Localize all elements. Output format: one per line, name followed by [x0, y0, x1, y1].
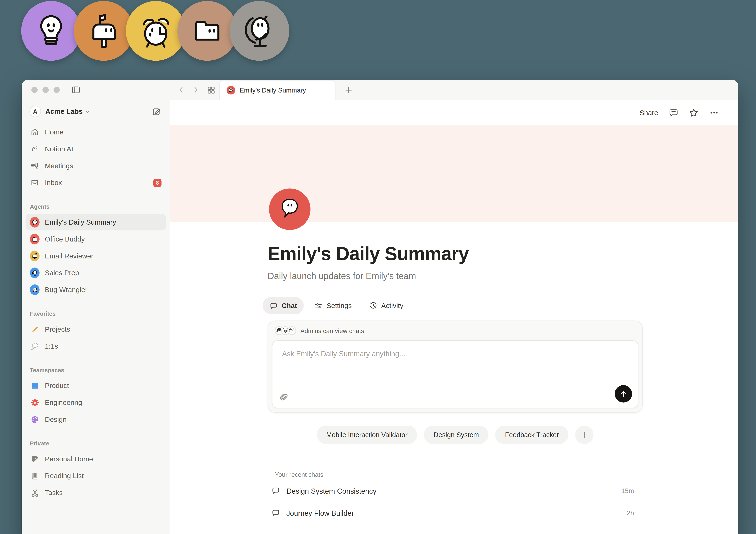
attachment-paperclip-icon[interactable] [279, 392, 289, 402]
notion-ai-face-icon [30, 144, 40, 154]
recent-chats: Your recent chats Design System Consiste… [268, 471, 643, 522]
chip-design-system[interactable]: Design System [424, 426, 489, 444]
tab-chat[interactable]: Chat [263, 297, 304, 314]
lightbulb-face-icon [21, 1, 81, 61]
sidebar-item-engineering[interactable]: Engineering [26, 394, 166, 411]
page-cover[interactable] [170, 125, 738, 222]
sidebar-item-bug-wrangler[interactable]: Bug Wrangler [26, 281, 166, 298]
sidebar-item-label: Personal Home [45, 455, 93, 463]
thought-cloud-icon [30, 341, 40, 351]
sidebar-item-label: Bug Wrangler [45, 286, 87, 293]
sidebar-item-label: Product [45, 382, 69, 389]
tab-agent-favicon [227, 86, 235, 94]
chat-input-card [272, 340, 638, 408]
inbox-icon [30, 178, 40, 188]
inbox-unread-badge: 8 [153, 178, 162, 187]
sidebar-item-inbox[interactable]: Inbox 8 [26, 174, 166, 191]
agent-chat-bubble-icon [30, 217, 40, 227]
sidebar: A Acme Labs Home [22, 80, 170, 534]
sidebar-item-sales-prep[interactable]: Sales Prep [26, 265, 166, 281]
chip-mobile-interaction-validator[interactable]: Mobile Interaction Validator [316, 426, 417, 444]
page-toolbar: Share [170, 100, 738, 125]
sidebar-item-label: Tasks [45, 489, 63, 496]
sidebar-item-label: Notion AI [45, 145, 73, 153]
sidebar-item-label: Inbox [45, 179, 62, 187]
sidebar-item-label: Email Reviewer [45, 252, 94, 260]
tab-label: Activity [381, 302, 403, 309]
section-header-agents[interactable]: Agents [26, 202, 166, 211]
scissors-icon [30, 488, 40, 497]
sidebar-item-office-buddy[interactable]: Office Buddy [26, 231, 166, 247]
tab-overview-grid-icon[interactable] [207, 86, 216, 94]
workspace-switcher[interactable]: A Acme Labs [26, 103, 166, 120]
sidebar-item-label: Projects [45, 325, 70, 333]
chat-visibility-notice: Admins can view chats [300, 327, 364, 334]
sidebar-item-home[interactable]: Home [26, 124, 166, 140]
sidebar-item-personal-home[interactable]: Personal Home [26, 451, 166, 467]
workspace-avatar: A [29, 105, 41, 117]
recent-chats-heading: Your recent chats [268, 471, 643, 478]
sidebar-item-label: 1:1s [45, 342, 58, 350]
sidebar-item-email-reviewer[interactable]: Email Reviewer [26, 248, 166, 264]
book-icon [30, 471, 40, 481]
main-area: Emily's Daily Summary Share [170, 80, 738, 534]
comments-icon[interactable] [669, 108, 678, 117]
recent-chat-row[interactable]: Journey Flow Builder 2h [268, 503, 643, 522]
back-icon[interactable] [177, 86, 185, 94]
section-header-teamspaces[interactable]: Teamspaces [26, 366, 166, 375]
sidebar-item-label: Reading List [45, 472, 84, 480]
chat-bubble-icon [272, 486, 280, 495]
compose-icon[interactable] [152, 107, 162, 116]
send-button[interactable] [615, 385, 632, 403]
chevron-down-icon [85, 109, 90, 114]
sidebar-item-1-1s[interactable]: 1:1s [26, 338, 166, 354]
tab-activity[interactable]: Activity [363, 297, 410, 314]
more-options-icon[interactable] [709, 108, 719, 117]
section-header-private[interactable]: Private [26, 439, 166, 448]
gear-icon [30, 398, 40, 407]
sidebar-item-reading-list[interactable]: Reading List [26, 468, 166, 484]
tab-title: Emily's Daily Summary [240, 87, 306, 94]
sidebar-item-label: Home [45, 128, 64, 136]
sidebar-item-product[interactable]: Product [26, 378, 166, 394]
chat-header: Admins can view chats [268, 321, 642, 340]
sidebar-item-label: Design [45, 415, 67, 423]
recent-chat-title: Design System Consistency [286, 487, 376, 495]
sidebar-item-design[interactable]: Design [26, 411, 166, 428]
share-button[interactable]: Share [639, 109, 658, 116]
home-icon [30, 127, 40, 137]
page-title: Emily's Daily Summary [268, 244, 643, 265]
favorite-star-icon[interactable] [689, 108, 699, 117]
page-subtitle: Daily launch updates for Emily's team [268, 271, 643, 281]
sidebar-item-meetings[interactable]: Meetings [26, 158, 166, 174]
agent-page-icon [30, 285, 40, 294]
sidebar-item-tasks[interactable]: Tasks [26, 484, 166, 501]
laptop-icon [30, 381, 40, 390]
sidebar-item-label: Emily's Daily Summary [45, 218, 116, 226]
tab-label: Settings [327, 302, 352, 309]
add-suggestion-button[interactable] [576, 426, 594, 444]
forward-icon[interactable] [192, 86, 200, 94]
pizza-icon [30, 454, 40, 464]
admin-avatars [275, 326, 294, 335]
close-window-button[interactable] [31, 87, 38, 93]
sidebar-item-notion-ai[interactable]: Notion AI [26, 141, 166, 157]
sidebar-item-projects[interactable]: Projects [26, 321, 166, 337]
sidebar-item-emilys-daily-summary[interactable]: Emily's Daily Summary [26, 214, 166, 230]
zoom-window-button[interactable] [54, 87, 60, 93]
sidebar-item-label: Meetings [45, 162, 73, 170]
tab-settings[interactable]: Settings [308, 297, 359, 314]
new-tab-icon[interactable] [344, 80, 353, 100]
section-header-favorites[interactable]: Favorites [26, 309, 166, 318]
recent-chat-row[interactable]: Design System Consistency 15m [268, 481, 643, 500]
chat-input[interactable] [273, 341, 638, 374]
agent-avatar[interactable] [269, 189, 311, 230]
palette-icon [30, 414, 40, 424]
mailbox-face-icon [74, 1, 134, 61]
sidebar-toggle-icon[interactable] [71, 85, 81, 94]
folder-face-icon [177, 1, 237, 61]
minimize-window-button[interactable] [42, 87, 49, 93]
active-tab[interactable]: Emily's Daily Summary [219, 80, 336, 100]
agent-mailbox-icon [30, 251, 40, 261]
chip-feedback-tracker[interactable]: Feedback Tracker [495, 426, 569, 444]
